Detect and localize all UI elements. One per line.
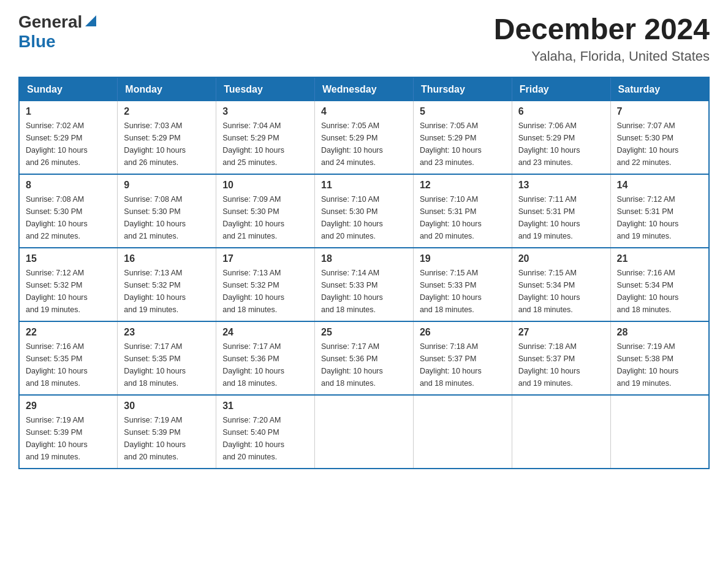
calendar-cell: 16 Sunrise: 7:13 AMSunset: 5:32 PMDaylig… [118,248,216,321]
logo-blue-text: Blue [18,32,56,52]
title-section: December 2024 Yalaha, Florida, United St… [494,12,710,64]
day-number: 28 [617,327,702,338]
calendar-cell: 31 Sunrise: 7:20 AMSunset: 5:40 PMDaylig… [216,395,315,469]
calendar-cell: 9 Sunrise: 7:08 AMSunset: 5:30 PMDayligh… [118,174,216,248]
day-info: Sunrise: 7:16 AMSunset: 5:35 PMDaylight:… [26,342,88,388]
calendar-cell [315,395,414,469]
day-info: Sunrise: 7:11 AMSunset: 5:31 PMDaylight:… [518,195,580,240]
week-row-2: 8 Sunrise: 7:08 AMSunset: 5:30 PMDayligh… [19,174,709,248]
calendar-table: Sunday Monday Tuesday Wednesday Thursday… [18,77,710,469]
day-info: Sunrise: 7:15 AMSunset: 5:33 PMDaylight:… [420,269,482,314]
week-row-5: 29 Sunrise: 7:19 AMSunset: 5:39 PMDaylig… [19,395,709,469]
calendar-cell: 5 Sunrise: 7:05 AMSunset: 5:29 PMDayligh… [413,101,512,174]
week-row-4: 22 Sunrise: 7:16 AMSunset: 5:35 PMDaylig… [19,321,709,395]
calendar-cell: 10 Sunrise: 7:09 AMSunset: 5:30 PMDaylig… [216,174,315,248]
day-number: 27 [518,327,604,338]
calendar-cell: 4 Sunrise: 7:05 AMSunset: 5:29 PMDayligh… [315,101,414,174]
day-info: Sunrise: 7:17 AMSunset: 5:36 PMDaylight:… [321,342,383,388]
month-title: December 2024 [494,12,710,46]
calendar-cell: 26 Sunrise: 7:18 AMSunset: 5:37 PMDaylig… [413,321,512,395]
day-number: 30 [124,400,210,412]
svg-marker-0 [85,15,96,26]
day-number: 22 [26,327,111,338]
day-number: 20 [518,253,604,264]
day-info: Sunrise: 7:04 AMSunset: 5:29 PMDaylight:… [222,121,284,167]
day-info: Sunrise: 7:16 AMSunset: 5:34 PMDaylight:… [617,269,679,314]
day-number: 2 [124,106,210,117]
calendar-cell: 29 Sunrise: 7:19 AMSunset: 5:39 PMDaylig… [19,395,118,469]
calendar-cell: 25 Sunrise: 7:17 AMSunset: 5:36 PMDaylig… [315,321,414,395]
calendar-cell: 8 Sunrise: 7:08 AMSunset: 5:30 PMDayligh… [19,174,118,248]
calendar-cell: 17 Sunrise: 7:13 AMSunset: 5:32 PMDaylig… [216,248,315,321]
day-number: 4 [321,106,407,117]
day-info: Sunrise: 7:06 AMSunset: 5:29 PMDaylight:… [518,121,580,167]
calendar-cell: 14 Sunrise: 7:12 AMSunset: 5:31 PMDaylig… [610,174,709,248]
day-number: 15 [26,253,111,264]
calendar-cell: 30 Sunrise: 7:19 AMSunset: 5:39 PMDaylig… [118,395,216,469]
day-info: Sunrise: 7:17 AMSunset: 5:36 PMDaylight:… [222,342,284,388]
col-friday: Friday [512,77,610,101]
calendar-cell: 13 Sunrise: 7:11 AMSunset: 5:31 PMDaylig… [512,174,610,248]
calendar-cell: 24 Sunrise: 7:17 AMSunset: 5:36 PMDaylig… [216,321,315,395]
calendar-cell: 3 Sunrise: 7:04 AMSunset: 5:29 PMDayligh… [216,101,315,174]
col-tuesday: Tuesday [216,77,315,101]
logo: General Blue [18,12,97,52]
day-number: 17 [222,253,308,264]
calendar-cell: 21 Sunrise: 7:16 AMSunset: 5:34 PMDaylig… [610,248,709,321]
calendar-cell: 1 Sunrise: 7:02 AMSunset: 5:29 PMDayligh… [19,101,118,174]
week-row-3: 15 Sunrise: 7:12 AMSunset: 5:32 PMDaylig… [19,248,709,321]
day-info: Sunrise: 7:05 AMSunset: 5:29 PMDaylight:… [420,121,482,167]
calendar-cell: 28 Sunrise: 7:19 AMSunset: 5:38 PMDaylig… [610,321,709,395]
col-saturday: Saturday [610,77,709,101]
day-number: 25 [321,327,407,338]
day-info: Sunrise: 7:05 AMSunset: 5:29 PMDaylight:… [321,121,383,167]
day-number: 18 [321,253,407,264]
calendar-cell: 7 Sunrise: 7:07 AMSunset: 5:30 PMDayligh… [610,101,709,174]
calendar-cell: 22 Sunrise: 7:16 AMSunset: 5:35 PMDaylig… [19,321,118,395]
day-number: 11 [321,180,407,191]
day-number: 24 [222,327,308,338]
day-info: Sunrise: 7:14 AMSunset: 5:33 PMDaylight:… [321,269,383,314]
day-info: Sunrise: 7:13 AMSunset: 5:32 PMDaylight:… [124,269,186,314]
day-number: 5 [420,106,506,117]
calendar-cell: 23 Sunrise: 7:17 AMSunset: 5:35 PMDaylig… [118,321,216,395]
day-number: 26 [420,327,506,338]
day-info: Sunrise: 7:15 AMSunset: 5:34 PMDaylight:… [518,269,580,314]
day-info: Sunrise: 7:13 AMSunset: 5:32 PMDaylight:… [222,269,284,314]
day-info: Sunrise: 7:12 AMSunset: 5:32 PMDaylight:… [26,269,88,314]
col-thursday: Thursday [413,77,512,101]
day-number: 6 [518,106,604,117]
day-number: 9 [124,180,210,191]
week-row-1: 1 Sunrise: 7:02 AMSunset: 5:29 PMDayligh… [19,101,709,174]
calendar-cell: 19 Sunrise: 7:15 AMSunset: 5:33 PMDaylig… [413,248,512,321]
day-info: Sunrise: 7:12 AMSunset: 5:31 PMDaylight:… [617,195,679,240]
day-info: Sunrise: 7:10 AMSunset: 5:30 PMDaylight:… [321,195,383,240]
day-info: Sunrise: 7:07 AMSunset: 5:30 PMDaylight:… [617,121,679,167]
calendar-cell: 2 Sunrise: 7:03 AMSunset: 5:29 PMDayligh… [118,101,216,174]
calendar-cell: 18 Sunrise: 7:14 AMSunset: 5:33 PMDaylig… [315,248,414,321]
day-info: Sunrise: 7:19 AMSunset: 5:39 PMDaylight:… [26,416,88,461]
calendar-cell [610,395,709,469]
day-info: Sunrise: 7:18 AMSunset: 5:37 PMDaylight:… [420,342,482,388]
col-sunday: Sunday [19,77,118,101]
day-info: Sunrise: 7:19 AMSunset: 5:39 PMDaylight:… [124,416,186,461]
calendar-cell [512,395,610,469]
day-number: 14 [617,180,702,191]
day-info: Sunrise: 7:02 AMSunset: 5:29 PMDaylight:… [26,121,88,167]
logo-triangle-icon [84,14,97,28]
day-info: Sunrise: 7:19 AMSunset: 5:38 PMDaylight:… [617,342,679,388]
calendar-cell [413,395,512,469]
day-number: 7 [617,106,702,117]
day-number: 31 [222,400,308,412]
calendar-cell: 11 Sunrise: 7:10 AMSunset: 5:30 PMDaylig… [315,174,414,248]
day-info: Sunrise: 7:17 AMSunset: 5:35 PMDaylight:… [124,342,186,388]
location-subtitle: Yalaha, Florida, United States [494,48,710,64]
day-info: Sunrise: 7:08 AMSunset: 5:30 PMDaylight:… [26,195,88,240]
day-number: 3 [222,106,308,117]
logo-general-text: General [18,12,82,32]
page-header: General Blue December 2024 Yalaha, Flori… [18,12,710,64]
day-number: 1 [26,106,111,117]
day-info: Sunrise: 7:08 AMSunset: 5:30 PMDaylight:… [124,195,186,240]
calendar-cell: 20 Sunrise: 7:15 AMSunset: 5:34 PMDaylig… [512,248,610,321]
day-number: 12 [420,180,506,191]
